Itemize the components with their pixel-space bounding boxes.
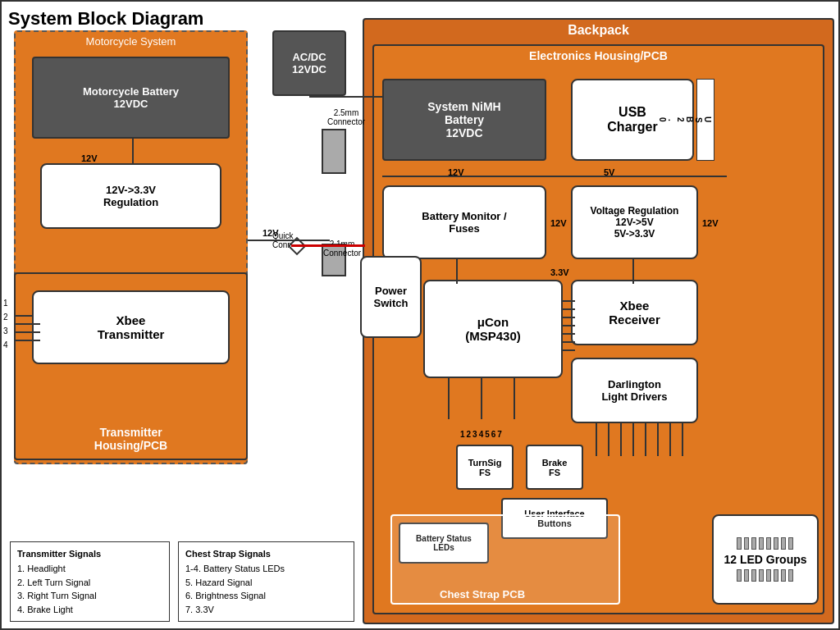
voltage-12v-3: 12V — [702, 218, 719, 228]
turnsig-fs: TurnSig FS — [456, 445, 514, 490]
sig-line2 — [563, 308, 575, 310]
legend-item-headlight: 1. Headlight — [17, 562, 162, 576]
line-acdc-right — [309, 96, 383, 98]
motorcycle-system-label: Motorcycle System — [16, 35, 246, 48]
line-dar6 — [657, 423, 659, 456]
power-switch: Power Switch — [360, 256, 422, 338]
line-dar8 — [682, 423, 683, 456]
connector-25mm-label: 2.5mm Connector — [326, 108, 367, 126]
transmitter-pins: 1 2 3 4 — [3, 299, 8, 349]
led-groups: 12 LED Groups — [712, 514, 819, 605]
legend-transmitter: Transmitter Signals 1. Headlight 2. Left… — [10, 541, 170, 623]
regulation-12v: 12V->3.3V Regulation — [40, 163, 221, 229]
red-wire — [291, 244, 365, 247]
voltage-12v-2: 12V — [550, 218, 567, 228]
chest-strap-pcb-box — [390, 514, 620, 605]
sig-line3 — [563, 317, 575, 318]
legend-chest-item5: 5. Hazard Signal — [185, 576, 347, 590]
legend-item-left-turn: 2. Left Turn Signal — [17, 576, 162, 590]
legend-item-brake: 4. Brake Light — [17, 603, 162, 617]
sig-line5 — [563, 333, 575, 335]
pin-line3 — [16, 331, 40, 333]
legend-chest-item1: 1-4. Battery Status LEDs — [185, 562, 347, 576]
pin-line2 — [16, 323, 40, 325]
xbee-transmitter: Xbee Transmitter — [32, 290, 230, 364]
battery-monitor: Battery Monitor / Fuses — [382, 185, 546, 259]
line-dar2 — [608, 423, 609, 456]
darlington: Darlington Light Drivers — [571, 358, 698, 423]
voltage-12v-moto: 12V — [81, 153, 98, 163]
line-dar1 — [596, 423, 597, 456]
line-down3 — [514, 378, 515, 419]
usb-side-label: U S B 2 . 0 — [696, 79, 714, 161]
sig-line7 — [563, 349, 575, 351]
sig-line4 — [563, 325, 575, 326]
line-dar5 — [645, 423, 646, 456]
electronics-box: Electronics Housing/PCB System NiMH Batt… — [372, 44, 824, 614]
backpack-box: Backpack Electronics Housing/PCB System … — [363, 18, 834, 624]
page-title: System Block Diagram — [8, 8, 203, 30]
ucon-msp430: μCon (MSP430) — [423, 280, 563, 378]
pin-line1 — [16, 315, 32, 317]
backpack-label: Backpack — [364, 23, 833, 38]
legend-chest: Chest Strap Signals 1-4. Battery Status … — [178, 541, 354, 623]
voltage-regulation: Voltage Regulation 12V->5V 5V->3.3V — [571, 185, 698, 259]
line-moto-acdc — [248, 240, 330, 241]
voltage-33v: 3.3V — [550, 267, 569, 277]
sig-line1 — [563, 300, 575, 302]
line-12v-top — [382, 176, 727, 177]
voltage-12v-line: 12V — [262, 228, 279, 238]
motorcycle-battery: Motorcycle Battery 12VDC — [32, 57, 230, 139]
xbee-receiver: Xbee Receiver — [571, 280, 698, 345]
legend-transmitter-title: Transmitter Signals — [17, 547, 162, 561]
line-down2 — [481, 378, 482, 419]
connector-21mm-label: 2.1mm Connector — [322, 240, 363, 258]
connector-25mm — [322, 129, 346, 174]
line-v2 — [632, 259, 634, 284]
pin-numbers: 1234567 — [460, 430, 504, 439]
transmitter-housing: Transmitter Housing/PCB Xbee Transmitter… — [14, 272, 248, 460]
legend-chest-item7: 7. 3.3V — [185, 603, 347, 617]
system-battery: System NiMH Battery 12VDC — [382, 79, 546, 161]
pin-line4 — [16, 340, 40, 341]
brake-fs: Brake FS — [526, 445, 583, 490]
electronics-label: Electronics Housing/PCB — [374, 49, 823, 62]
legend-chest-title: Chest Strap Signals — [185, 547, 347, 561]
line-dar7 — [669, 423, 671, 456]
transmitter-housing-label: Transmitter Housing/PCB — [16, 426, 246, 452]
line-dar3 — [620, 423, 622, 456]
legend-item-right-turn: 3. Right Turn Signal — [17, 589, 162, 603]
legend-chest-item6: 6. Brightness Signal — [185, 589, 347, 603]
moto-line-v — [132, 139, 134, 165]
line-dar4 — [632, 423, 634, 456]
sig-line6 — [563, 341, 575, 343]
line-v1 — [456, 259, 458, 284]
line-down1 — [448, 378, 450, 419]
acdc-box: AC/DC 12VDC — [272, 30, 346, 96]
diagram-container: System Block Diagram Backpack Electronic… — [0, 0, 840, 630]
